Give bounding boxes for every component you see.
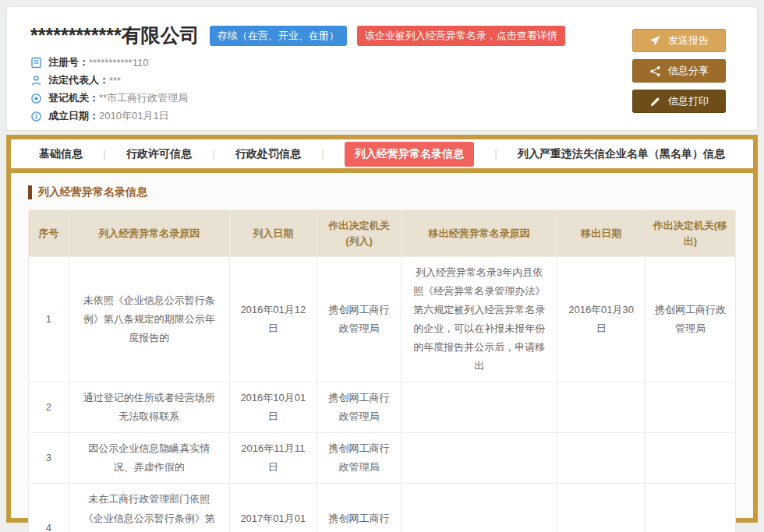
cell-listing-organ: 携创网工商行政管理局 (317, 433, 401, 484)
col-listing-reason: 列入经营异常名录原因 (69, 210, 229, 257)
company-header-card: ************有限公司 存续（在营、开业、在册） 该企业被列入经营异常… (6, 6, 758, 131)
registration-number-line: 注册号： ***********110 (30, 55, 734, 69)
col-removal-reason: 移出经营异常名录原因 (401, 210, 557, 257)
tab-abnormal-operations[interactable]: 列入经营异常名录信息 (345, 142, 474, 167)
tab-admin-penalty[interactable]: 行政处罚信息 (235, 147, 301, 161)
share-info-button[interactable]: 信息分享 (632, 59, 726, 83)
info-label: 登记机关： (48, 91, 99, 105)
section-title: 列入经营异常名录信息 (28, 185, 736, 199)
col-serial: 序号 (29, 210, 69, 257)
col-listing-organ: 作出决定机关(列入) (317, 210, 401, 257)
info-value: 2010年01月1日 (99, 109, 169, 123)
status-badge: 存续（在营、开业、在册） (210, 26, 347, 46)
cell-serial: 3 (29, 433, 69, 484)
send-icon (649, 35, 661, 47)
legal-representative-line: 法定代表人： *** (30, 73, 734, 87)
cell-listing-date: 2016年11月11日 (229, 433, 317, 484)
col-removal-organ: 作出决定机关(移出) (645, 210, 735, 257)
info-value: **市工商行政管理局 (99, 91, 188, 105)
info-label: 注册号： (48, 55, 89, 69)
tab-divider: | (494, 148, 497, 160)
cell-removal-organ (645, 382, 735, 433)
info-label: 法定代表人： (48, 73, 109, 87)
cell-removal-date (557, 433, 645, 484)
panel-content: 列入经营异常名录信息 序号 列入经营异常名录原因 列入日期 作出决定机关(列入)… (11, 173, 753, 532)
detail-panel: 基础信息 | 行政许可信息 | 行政处罚信息 | 列入经营异常名录信息 | 列入… (6, 135, 758, 523)
cell-removal-date (557, 382, 645, 433)
company-name: ************有限公司 (30, 23, 200, 48)
cell-listing-reason: 通过登记的住所或者经营场所无法取得联系 (69, 382, 229, 433)
company-info-list: 注册号： ***********110 法定代表人： *** 登记机关： **市… (30, 55, 734, 123)
tab-bar: 基础信息 | 行政许可信息 | 行政处罚信息 | 列入经营异常名录信息 | 列入… (11, 139, 753, 173)
print-info-button[interactable]: 信息打印 (632, 90, 726, 113)
certificate-icon (30, 57, 42, 69)
registration-authority-line: 登记机关： **市工商行政管理局 (30, 91, 734, 105)
abnormal-warning-badge[interactable]: 该企业被列入经营异常名录，点击查看详情 (357, 26, 565, 46)
cell-serial: 2 (29, 382, 69, 433)
col-removal-date: 移出日期 (557, 210, 645, 257)
cell-removal-organ (645, 484, 735, 532)
info-label: 成立日期： (48, 109, 99, 123)
person-icon (30, 75, 42, 86)
action-label: 发送报告 (668, 33, 709, 48)
cell-listing-organ: 携创网工商行政管理局 (317, 382, 401, 433)
cell-removal-date (557, 484, 645, 532)
action-label: 信息分享 (668, 64, 709, 78)
tab-divider: | (212, 148, 215, 160)
share-icon (649, 65, 661, 77)
cell-removal-organ (645, 433, 735, 484)
tab-blacklist[interactable]: 列入严重违法失信企业名单（黑名单）信息 (518, 147, 725, 161)
cell-removal-reason (401, 382, 557, 433)
cell-removal-reason (401, 433, 557, 484)
cell-listing-date: 2016年10月01日 (229, 382, 317, 433)
location-icon (30, 93, 42, 104)
info-value: *** (109, 75, 121, 86)
cell-listing-reason: 未依照《企业信息公示暂行条例》第八条规定的期限公示年度报告的 (69, 257, 229, 382)
table-header-row: 序号 列入经营异常名录原因 列入日期 作出决定机关(列入) 移出经营异常名录原因… (29, 210, 736, 257)
action-buttons: 发送报告 信息分享 信息打印 (632, 29, 726, 113)
cell-removal-reason (401, 484, 557, 532)
action-label: 信息打印 (668, 94, 709, 108)
tab-divider: | (321, 148, 324, 160)
info-icon (30, 111, 42, 122)
tab-divider: | (103, 148, 106, 160)
print-icon (649, 96, 661, 107)
table-row: 3 因公示企业信息隐瞒真实情况、弄虚作假的 2016年11月11日 携创网工商行… (29, 433, 736, 484)
table-row: 1 未依照《企业信息公示暂行条例》第八条规定的期限公示年度报告的 2016年01… (29, 257, 736, 382)
cell-removal-organ: 携创网工商行政管理局 (645, 257, 735, 382)
cell-listing-date: 2017年01月01日 (229, 484, 317, 532)
cell-serial: 1 (29, 257, 69, 382)
establishment-date-line: 成立日期： 2010年01月1日 (30, 109, 734, 123)
info-value: ***********110 (89, 57, 148, 69)
send-report-button[interactable]: 发送报告 (632, 29, 726, 52)
cell-listing-date: 2016年01月12日 (229, 257, 317, 382)
cell-removal-date: 2016年01月30日 (557, 257, 645, 382)
tab-admin-license[interactable]: 行政许可信息 (126, 147, 192, 161)
cell-listing-reason: 因公示企业信息隐瞒真实情况、弄虚作假的 (69, 433, 229, 484)
abnormal-operations-table: 序号 列入经营异常名录原因 列入日期 作出决定机关(列入) 移出经营异常名录原因… (28, 210, 736, 532)
cell-listing-reason: 未在工商行政管理部门依照《企业信息公示暂行条例》第十条规定责令的期限内公示有关企… (69, 484, 229, 532)
cell-serial: 4 (29, 484, 69, 532)
cell-listing-organ: 携创网工商行政管理局 (317, 484, 401, 532)
cell-listing-organ: 携创网工商行政管理局 (317, 257, 401, 382)
cell-removal-reason: 列入经营异常名录3年内且依照《经营异常名录管理办法》第六规定被列入经营异常名录的… (401, 257, 557, 382)
table-row: 2 通过登记的住所或者经营场所无法取得联系 2016年10月01日 携创网工商行… (29, 382, 736, 433)
table-row: 4 未在工商行政管理部门依照《企业信息公示暂行条例》第十条规定责令的期限内公示有… (29, 484, 736, 532)
col-listing-date: 列入日期 (229, 210, 317, 257)
tab-basic-info[interactable]: 基础信息 (39, 147, 83, 161)
